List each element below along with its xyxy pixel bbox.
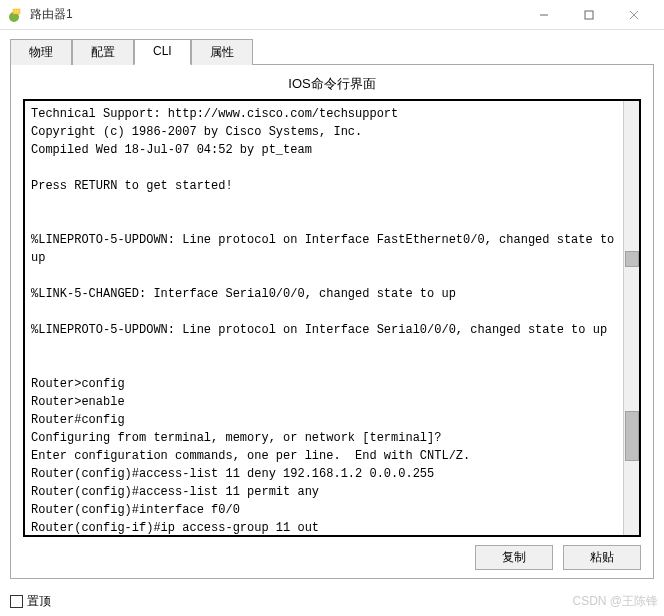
copy-button[interactable]: 复制 (475, 545, 553, 570)
ontop-checkbox[interactable] (10, 595, 23, 608)
content-area: 物理 配置 CLI 属性 IOS命令行界面 Technical Support:… (0, 30, 664, 585)
minimize-button[interactable] (521, 0, 566, 30)
svg-rect-1 (13, 9, 20, 14)
svg-rect-3 (585, 11, 593, 19)
terminal-container: Technical Support: http://www.cisco.com/… (23, 99, 641, 537)
footer: 置顶 (10, 593, 654, 610)
tab-config[interactable]: 配置 (72, 39, 134, 65)
watermark: CSDN @王陈锋 (572, 593, 658, 610)
app-icon (8, 7, 24, 23)
close-button[interactable] (611, 0, 656, 30)
paste-button[interactable]: 粘贴 (563, 545, 641, 570)
scrollbar[interactable] (623, 101, 639, 535)
maximize-button[interactable] (566, 0, 611, 30)
window-controls (521, 0, 656, 30)
tab-cli[interactable]: CLI (134, 39, 191, 65)
tab-bar: 物理 配置 CLI 属性 (10, 38, 654, 65)
ontop-label: 置顶 (27, 593, 51, 610)
titlebar: 路由器1 (0, 0, 664, 30)
scrollbar-thumb[interactable] (625, 251, 639, 267)
button-row: 复制 粘贴 (23, 545, 641, 570)
terminal-output[interactable]: Technical Support: http://www.cisco.com/… (25, 101, 623, 535)
ontop-option[interactable]: 置顶 (10, 593, 51, 610)
tab-physical[interactable]: 物理 (10, 39, 72, 65)
panel-title: IOS命令行界面 (23, 75, 641, 93)
window-title: 路由器1 (30, 6, 521, 23)
tab-attributes[interactable]: 属性 (191, 39, 253, 65)
scrollbar-thumb[interactable] (625, 411, 639, 461)
cli-panel: IOS命令行界面 Technical Support: http://www.c… (10, 65, 654, 579)
